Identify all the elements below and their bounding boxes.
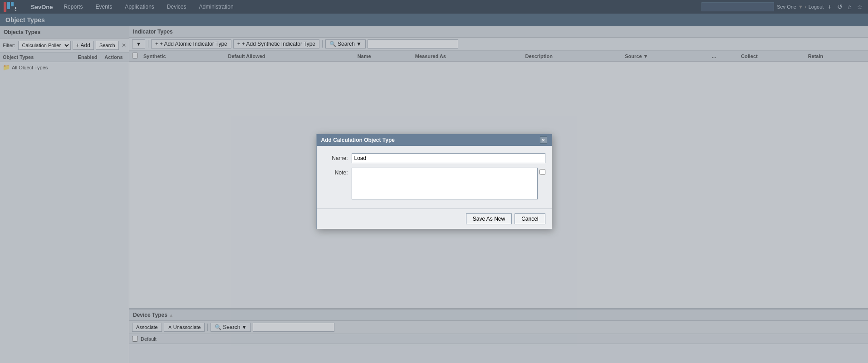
modal-title-bar: Add Calculation Object Type ×	[317, 134, 552, 146]
modal-footer: Save As New Cancel	[317, 208, 552, 229]
modal-note-checkbox[interactable]	[539, 169, 545, 175]
modal-cancel-button[interactable]: Cancel	[515, 213, 545, 224]
modal-close-button[interactable]: ×	[540, 136, 547, 144]
modal-note-label: Note:	[323, 168, 348, 176]
modal-note-textarea[interactable]	[352, 168, 538, 199]
modal-name-row: Name:	[323, 153, 545, 163]
modal-overlay: Add Calculation Object Type × Name: Note…	[0, 0, 868, 363]
modal-body: Name: Note:	[317, 146, 552, 208]
modal-save-button[interactable]: Save As New	[466, 213, 512, 224]
modal-title: Add Calculation Object Type	[321, 137, 395, 143]
modal-name-label: Name:	[323, 153, 348, 161]
modal-note-row: Note:	[323, 168, 545, 199]
modal-name-input[interactable]	[352, 153, 545, 163]
add-calculation-modal: Add Calculation Object Type × Name: Note…	[316, 134, 552, 229]
